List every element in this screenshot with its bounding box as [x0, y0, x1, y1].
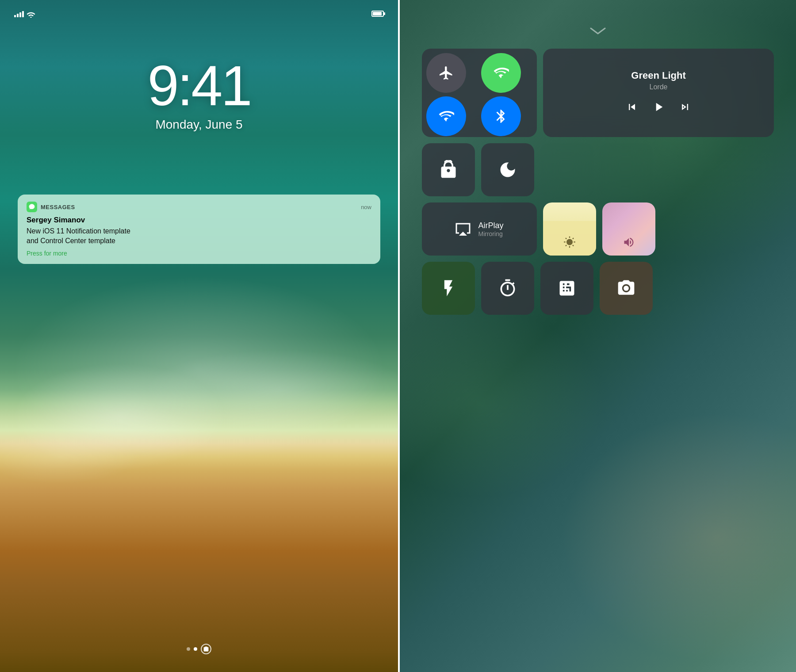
connectivity-block [422, 49, 537, 137]
dismiss-chevron[interactable] [422, 27, 774, 35]
wifi-icon [27, 11, 35, 18]
do-not-disturb-button[interactable] [481, 143, 534, 196]
battery-icon [371, 11, 384, 17]
notification-app-name: MESSAGES [41, 204, 75, 210]
brightness-icon [563, 236, 576, 250]
control-grid: Green Light Lorde [422, 49, 774, 315]
lock-screen: 9:41 Monday, June 5 MESSAGES now Sergey … [0, 0, 398, 672]
notification-sender: Sergey Simanov [27, 216, 371, 225]
control-row-4 [422, 262, 774, 315]
messages-icon [27, 202, 37, 212]
timer-button[interactable] [481, 262, 534, 315]
signal-bars-icon [14, 11, 24, 17]
playback-controls [556, 100, 761, 116]
airplay-label: AirPlay [478, 221, 503, 230]
airplay-sublabel: Mirroring [478, 230, 503, 237]
page-dot-1 [187, 647, 190, 651]
status-bar-left [14, 11, 35, 18]
calculator-button[interactable] [540, 262, 593, 315]
notification-app-info: MESSAGES [27, 202, 75, 212]
camera-button[interactable] [600, 262, 653, 315]
control-row-1: Green Light Lorde [422, 49, 774, 137]
airplane-mode-button[interactable] [426, 53, 466, 93]
now-playing-block: Green Light Lorde [543, 49, 774, 137]
control-row-3: AirPlay Mirroring [422, 202, 774, 256]
brightness-slider[interactable] [543, 202, 596, 256]
now-playing-artist: Lorde [556, 83, 761, 91]
portrait-lock-button[interactable] [422, 143, 475, 196]
lock-screen-dots [0, 644, 398, 654]
svg-point-2 [624, 286, 629, 291]
play-button[interactable] [651, 100, 666, 116]
status-bar-right [371, 11, 384, 17]
svg-point-0 [30, 17, 31, 18]
control-empty-1 [540, 143, 593, 196]
flashlight-button[interactable] [422, 262, 475, 315]
clock-date: Monday, June 5 [0, 118, 398, 132]
now-playing-title: Green Light [556, 70, 761, 81]
notification-action[interactable]: Press for more [27, 250, 371, 257]
volume-icon [623, 236, 635, 250]
fast-forward-button[interactable] [679, 101, 691, 115]
airplay-mirroring-button[interactable]: AirPlay Mirroring [422, 202, 537, 256]
control-empty-2 [600, 143, 653, 196]
notification-body: New iOS 11 Notification templateand Cont… [27, 226, 371, 246]
volume-slider[interactable] [602, 202, 655, 256]
notification-header: MESSAGES now [27, 202, 371, 212]
notification-card[interactable]: MESSAGES now Sergey Simanov New iOS 11 N… [18, 195, 380, 264]
notification-timestamp: now [361, 204, 371, 210]
page-dot-2 [194, 647, 197, 651]
control-center: Green Light Lorde [400, 0, 796, 672]
rewind-button[interactable] [626, 101, 638, 115]
hotspot-button[interactable] [481, 53, 521, 93]
bluetooth-button[interactable] [481, 96, 521, 136]
camera-shortcut-icon[interactable] [201, 644, 211, 654]
clock-time: 9:41 [0, 57, 398, 114]
time-display: 9:41 Monday, June 5 [0, 57, 398, 132]
control-row-2 [422, 143, 774, 196]
wifi-button[interactable] [426, 96, 466, 136]
airplay-text: AirPlay Mirroring [478, 221, 503, 237]
